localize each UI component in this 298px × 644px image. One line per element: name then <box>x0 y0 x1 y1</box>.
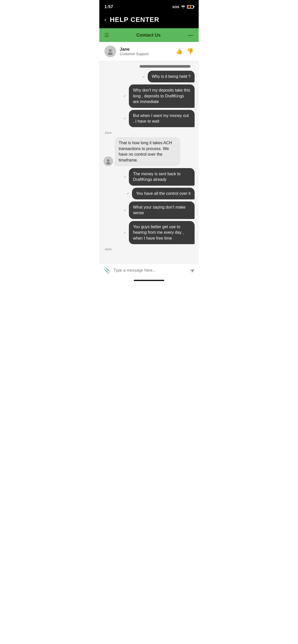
agent-actions: 👍 👎 <box>176 48 194 55</box>
message-row: ✓ Why don't my deposits take this long ,… <box>103 84 195 108</box>
agent-label: Jane <box>103 131 195 135</box>
sos-label: SOS <box>172 5 179 9</box>
attach-icon[interactable]: 📎 <box>103 267 110 274</box>
message-row: ✓ Why is it being held ? <box>103 71 195 82</box>
agent-typing-label: Jane <box>103 247 195 251</box>
contact-bar: ☰ Contact Us — <box>99 28 199 42</box>
agent-name: Jane <box>120 47 149 52</box>
message-bubble: But when I want my money out , I have to… <box>129 110 195 127</box>
home-indicator <box>99 277 199 283</box>
check-icon: ✓ <box>124 116 126 120</box>
agent-role: Customer Support <box>120 52 149 56</box>
wifi-icon <box>181 5 185 9</box>
status-icons: SOS ⚡ <box>172 5 194 9</box>
message-bubble: Why don't my deposits take this long , d… <box>129 84 195 108</box>
back-button[interactable]: ‹ <box>104 17 106 23</box>
battery-icon: ⚡ <box>187 5 194 9</box>
page-title: HELP CENTER <box>110 16 159 24</box>
svg-point-1 <box>108 52 113 55</box>
battery-bolt: ⚡ <box>189 6 192 8</box>
input-area[interactable]: 📎 ➤ <box>99 263 199 277</box>
status-time: 1:57 <box>104 4 113 9</box>
check-icon: ✓ <box>127 192 129 195</box>
status-bar: 1:57 SOS ⚡ <box>99 0 199 13</box>
truncated-indicator <box>103 64 195 69</box>
check-icon: ✓ <box>124 231 126 235</box>
chat-area: ✓ Why is it being held ? ✓ Why don't my … <box>99 61 199 263</box>
svg-point-0 <box>109 49 112 52</box>
message-row: ✓ You guys better get use to hearing fro… <box>103 221 195 244</box>
check-icon: ✓ <box>124 175 126 179</box>
message-bubble: That is how long it takes ACH transactio… <box>115 137 180 166</box>
message-row: That is how long it takes ACH transactio… <box>103 137 195 166</box>
home-bar <box>134 280 164 281</box>
message-bubble: You have all the control over it <box>132 188 195 199</box>
thumbs-down-icon[interactable]: 👎 <box>187 48 194 55</box>
agent-info: Jane Customer Support 👍 👎 <box>99 42 199 61</box>
message-row: ✓ But when I want my money out , I have … <box>103 110 195 127</box>
agent-details: Jane Customer Support <box>120 47 149 56</box>
header: ‹ HELP CENTER <box>99 13 199 28</box>
contact-us-title: Contact Us <box>136 33 160 38</box>
thumbs-up-icon[interactable]: 👍 <box>176 48 183 55</box>
svg-point-3 <box>106 162 110 164</box>
agent-avatar <box>104 46 116 57</box>
message-bubble: The money is sent back to DraftKings alr… <box>129 168 195 186</box>
check-icon: ✓ <box>124 208 126 212</box>
minimize-icon[interactable]: — <box>188 32 194 38</box>
message-input[interactable] <box>113 268 187 273</box>
send-button[interactable]: ➤ <box>189 266 196 274</box>
message-bubble: Why is it being held ? <box>148 71 195 82</box>
message-row: ✓ You have all the control over it <box>103 188 195 199</box>
agent-left: Jane Customer Support <box>104 46 149 57</box>
check-icon: ✓ <box>124 94 126 98</box>
svg-point-2 <box>107 159 110 162</box>
check-icon: ✓ <box>142 75 145 79</box>
message-bubble: You guys better get use to hearing from … <box>129 221 195 244</box>
message-bubble: What your saying don't make sense <box>129 201 195 219</box>
message-row: ✓ What your saying don't make sense <box>103 201 195 219</box>
message-row: ✓ The money is sent back to DraftKings a… <box>103 168 195 186</box>
hamburger-icon[interactable]: ☰ <box>104 32 109 38</box>
spacer <box>103 253 195 261</box>
agent-small-avatar <box>103 156 113 166</box>
